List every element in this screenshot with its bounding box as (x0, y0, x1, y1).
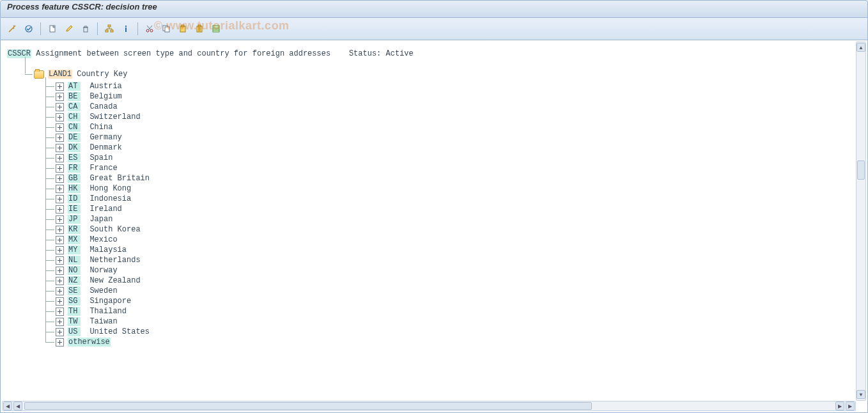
scroll-track[interactable] (24, 402, 833, 410)
wand-button[interactable] (4, 21, 20, 36)
tree-item-row[interactable]: GB Great Britain (38, 173, 851, 183)
tree-item-row[interactable]: US United States (38, 327, 851, 337)
expand-icon[interactable] (56, 113, 64, 121)
scroll-thumb[interactable] (24, 402, 592, 410)
tree-item-row[interactable]: SE Sweden (38, 286, 851, 296)
tree-item-row[interactable]: CA Canada (38, 102, 851, 112)
info-button[interactable] (118, 21, 134, 36)
expand-icon[interactable] (56, 297, 64, 306)
tree-item-row[interactable]: otherwise (38, 337, 851, 347)
expand-icon[interactable] (56, 175, 64, 183)
tree-item-row[interactable]: ES Spain (38, 153, 851, 163)
tree-item-row[interactable]: AT Austria (38, 81, 851, 91)
create-button[interactable] (45, 21, 60, 36)
expand-icon[interactable] (56, 195, 64, 203)
expand-icon[interactable] (56, 144, 64, 152)
check-button[interactable] (21, 21, 36, 36)
scroll-up-arrow[interactable]: ▲ (856, 43, 865, 52)
svg-rect-6 (125, 26, 127, 27)
expand-icon[interactable] (56, 205, 64, 214)
where-used-button[interactable] (102, 21, 117, 36)
tree-item-row[interactable]: HK Hong Kong (38, 183, 851, 194)
tree-item-row[interactable]: NZ New Zealand (38, 276, 851, 286)
expand-icon[interactable] (56, 287, 64, 295)
item-desc: Taiwan (89, 317, 117, 326)
scroll-track[interactable] (856, 52, 865, 390)
scroll-left-arrow[interactable]: ◀ (3, 401, 12, 410)
expand-icon[interactable] (56, 318, 64, 326)
scroll-down-arrow[interactable]: ▼ (856, 390, 865, 399)
expand-icon[interactable] (56, 154, 64, 162)
tree-item-row[interactable]: MY Malaysia (38, 245, 851, 255)
item-code: FR (68, 164, 81, 173)
tree-item-row[interactable]: TH Thailand (38, 306, 851, 316)
expand-icon[interactable] (56, 267, 64, 275)
expand-icon[interactable] (56, 328, 64, 336)
svg-rect-2 (84, 27, 88, 32)
item-desc: United States (89, 327, 150, 336)
svg-rect-7 (125, 27, 127, 32)
tree-group-row[interactable]: LAND1 Country Key (19, 70, 851, 79)
group-code: LAND1 (48, 70, 72, 79)
expand-icon[interactable] (56, 226, 64, 234)
expand-icon[interactable] (56, 164, 64, 173)
vertical-scrollbar[interactable]: ▲ ▼ (856, 42, 866, 401)
tree-item-row[interactable]: DK Denmark (38, 143, 851, 153)
expand-icon[interactable] (56, 308, 64, 316)
toolbar: © www.tutorialkart.com (0, 18, 868, 40)
item-code: SG (68, 297, 81, 306)
expand-icon[interactable] (56, 215, 64, 224)
tree-item-row[interactable]: BE Belgium (38, 91, 851, 102)
expand-icon[interactable] (56, 82, 64, 91)
scroll-right-arrow[interactable]: ▶ (835, 401, 844, 410)
tree-item-row[interactable]: NO Norway (38, 265, 851, 276)
tree-item-row[interactable]: IE Ireland (38, 204, 851, 214)
copy-button[interactable] (159, 21, 174, 36)
toolbar-divider (40, 22, 41, 35)
expand-icon[interactable] (56, 103, 64, 111)
expand-icon[interactable] (56, 246, 64, 254)
item-desc: Belgium (89, 92, 121, 101)
tree-item-row[interactable]: MX Mexico (38, 235, 851, 245)
tree-item-row[interactable]: SG Singapore (38, 296, 851, 306)
tree-item-row[interactable]: FR France (38, 163, 851, 173)
tree-item-row[interactable]: DE Germany (38, 132, 851, 143)
expand-icon[interactable] (56, 134, 64, 142)
root-desc: Assignment between screen type and count… (36, 49, 330, 58)
horizontal-scrollbar[interactable]: ◀ ◀ ▶ ▶ (2, 401, 856, 411)
item-desc: Singapore (89, 297, 131, 306)
edit-button[interactable] (61, 21, 77, 36)
scroll-thumb[interactable] (857, 160, 865, 180)
tree-item-row[interactable]: KR South Korea (38, 224, 851, 235)
tree-item-row[interactable]: CH Switzerland (38, 112, 851, 122)
select-all-button[interactable] (208, 21, 224, 36)
tree-item-row[interactable]: TW Taiwan (38, 316, 851, 327)
item-desc: China (89, 123, 112, 132)
expand-icon[interactable] (56, 123, 64, 132)
trash-icon (81, 24, 90, 33)
tree-item-row[interactable]: CN China (38, 122, 851, 132)
expand-icon[interactable] (56, 236, 64, 244)
item-code: BE (68, 92, 81, 101)
item-desc: New Zealand (89, 276, 140, 285)
delete-button[interactable] (78, 21, 93, 36)
tree-root-row[interactable]: CSSCR Assignment between screen type and… (7, 49, 851, 58)
item-desc: Japan (89, 215, 112, 224)
item-code: DK (68, 143, 81, 152)
scroll-right-arrow-2[interactable]: ▶ (846, 401, 855, 410)
paste-button[interactable] (175, 21, 190, 36)
expand-icon[interactable] (56, 338, 64, 347)
tree-item-row[interactable]: ID Indonesia (38, 194, 851, 204)
group-desc: Country Key (77, 70, 127, 79)
tree-item-row[interactable]: JP Japan (38, 214, 851, 224)
expand-icon[interactable] (56, 185, 64, 193)
expand-icon[interactable] (56, 256, 64, 265)
cut-button[interactable] (142, 21, 157, 36)
paste-special-button[interactable] (192, 21, 207, 36)
document-icon (48, 24, 57, 33)
tree-item-row[interactable]: NL Netherlands (38, 255, 851, 265)
item-code: SE (68, 286, 81, 295)
expand-icon[interactable] (56, 93, 64, 101)
scroll-left-arrow-2[interactable]: ◀ (13, 401, 22, 410)
expand-icon[interactable] (56, 277, 64, 285)
